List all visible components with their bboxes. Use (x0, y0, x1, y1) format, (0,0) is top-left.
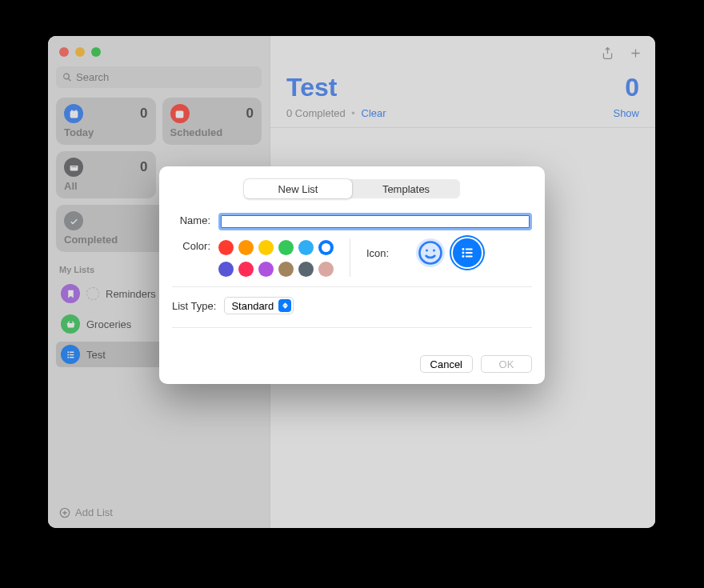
list-header: Test 0 (270, 70, 655, 104)
list-title: Test (286, 73, 337, 102)
list-bullet-icon (460, 246, 474, 260)
plus-icon[interactable] (629, 46, 642, 60)
share-icon[interactable] (601, 46, 614, 60)
smart-list-scheduled[interactable]: 0 Scheduled (162, 98, 262, 145)
scheduled-count: 0 (246, 106, 254, 122)
svg-point-4 (67, 351, 69, 353)
list-subheader: 0 Completed • Clear Show (270, 104, 655, 128)
svg-point-16 (462, 252, 465, 254)
icon-label: Icon: (366, 247, 389, 259)
vertical-divider (350, 238, 350, 277)
color-swatch[interactable] (278, 240, 294, 255)
calendar-icon (64, 104, 83, 123)
svg-point-18 (462, 255, 465, 258)
tab-templates[interactable]: Templates (352, 179, 460, 198)
svg-rect-17 (466, 252, 473, 254)
svg-rect-5 (69, 351, 74, 352)
color-swatch[interactable] (218, 240, 234, 255)
clear-button[interactable]: Clear (362, 107, 386, 119)
all-count: 0 (140, 159, 147, 175)
svg-rect-0 (70, 110, 78, 118)
svg-rect-7 (69, 354, 74, 354)
tab-new-list[interactable]: New List (244, 179, 352, 198)
dialog-tabs: New List Templates (244, 179, 460, 198)
svg-rect-2 (75, 110, 76, 111)
dialog-footer: Cancel OK (172, 355, 532, 373)
svg-point-13 (433, 250, 435, 252)
add-list-button[interactable]: Add List (56, 500, 262, 525)
main-toolbar (270, 36, 655, 70)
basket-icon (61, 314, 80, 334)
icon-option-list[interactable] (453, 238, 482, 267)
add-list-label: Add List (75, 506, 113, 518)
chevron-updown-icon (278, 299, 291, 312)
window-controls (56, 44, 262, 62)
loading-icon (86, 287, 99, 300)
color-swatch[interactable] (218, 262, 234, 277)
color-swatch[interactable] (318, 240, 334, 255)
list-type-select[interactable]: Standard (224, 297, 294, 314)
all-label: All (64, 180, 148, 192)
search-input[interactable] (76, 71, 255, 83)
completed-text: 0 Completed (286, 107, 346, 119)
svg-point-11 (420, 242, 442, 264)
svg-point-6 (67, 354, 69, 355)
list-label: Groceries (86, 318, 131, 330)
color-swatch[interactable] (238, 240, 254, 255)
tray-icon (64, 158, 83, 177)
list-icon (61, 345, 80, 364)
divider (172, 327, 532, 328)
bookmark-icon (61, 284, 80, 303)
name-row: Name: (172, 213, 532, 230)
calendar-icon (170, 104, 190, 123)
minimize-window-button[interactable] (75, 47, 85, 57)
today-count: 0 (140, 106, 147, 122)
name-label: Name: (172, 213, 210, 226)
icon-option-emoji[interactable] (416, 238, 445, 267)
show-button[interactable]: Show (613, 107, 639, 119)
zoom-window-button[interactable] (91, 47, 101, 57)
color-label: Color: (172, 238, 210, 252)
smart-list-all[interactable]: 0 All (56, 151, 156, 198)
color-swatch[interactable] (318, 262, 334, 277)
color-swatch[interactable] (238, 262, 254, 277)
divider (172, 286, 532, 287)
list-count: 0 (625, 73, 639, 102)
svg-point-12 (426, 250, 428, 252)
smart-list-today[interactable]: 0 Today (56, 98, 156, 145)
color-swatches (218, 238, 334, 277)
icon-chooser: Icon: (366, 238, 482, 267)
svg-point-14 (462, 248, 465, 250)
svg-rect-19 (466, 255, 473, 257)
separator-dot: • (351, 107, 355, 119)
today-label: Today (64, 126, 148, 138)
svg-rect-1 (71, 110, 72, 111)
color-swatch[interactable] (258, 262, 274, 277)
svg-point-8 (67, 356, 69, 358)
list-label: Reminders (106, 288, 156, 300)
svg-rect-3 (176, 110, 184, 118)
search-icon (62, 72, 72, 82)
completed-summary: 0 Completed • Clear (286, 107, 386, 119)
color-swatch[interactable] (278, 262, 294, 277)
plus-circle-icon (59, 507, 70, 518)
svg-rect-9 (69, 357, 74, 358)
name-input[interactable] (218, 213, 532, 230)
color-swatch[interactable] (258, 240, 274, 255)
list-type-value: Standard (231, 300, 274, 312)
list-type-row: List Type: Standard (172, 297, 532, 314)
color-swatch[interactable] (298, 262, 314, 277)
checkmark-icon (64, 211, 83, 230)
list-type-label: List Type: (172, 300, 216, 312)
ok-button[interactable]: OK (481, 355, 532, 373)
smiley-icon (416, 238, 445, 267)
list-label: Test (86, 349, 106, 361)
close-window-button[interactable] (59, 47, 69, 57)
new-list-dialog: New List Templates Name: Color: Icon: (159, 166, 545, 384)
search-field[interactable] (56, 66, 262, 88)
svg-rect-15 (466, 248, 473, 250)
scheduled-label: Scheduled (170, 126, 254, 138)
cancel-button[interactable]: Cancel (420, 355, 473, 373)
color-swatch[interactable] (298, 240, 314, 255)
color-icon-row: Color: Icon: (172, 238, 532, 277)
